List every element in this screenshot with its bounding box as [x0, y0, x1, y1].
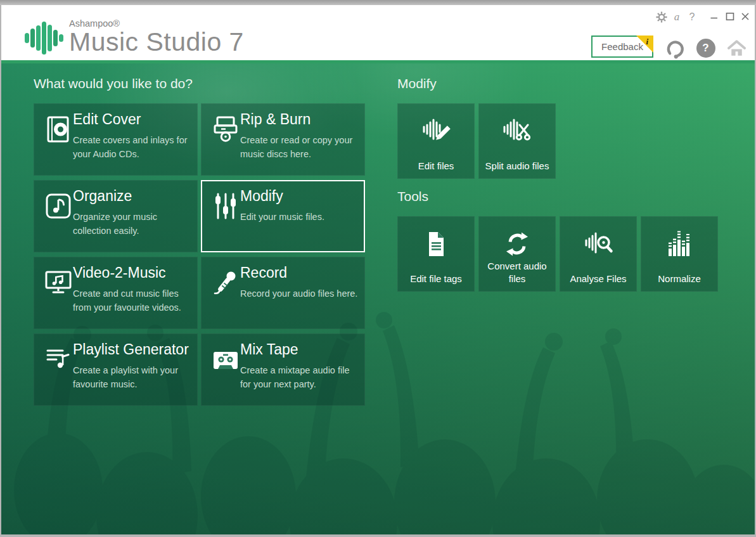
- help-circle-glyph: ?: [702, 42, 708, 55]
- waveform-magnifier-icon: [583, 229, 613, 259]
- tile-organize[interactable]: Organize Organize your music collection …: [34, 180, 198, 252]
- tile-label: Edit files: [400, 160, 472, 172]
- tile-description: Create a playlist with your favourite mu…: [73, 364, 194, 392]
- tile-rip-burn[interactable]: Rip & Burn Create or read or copy your m…: [201, 103, 365, 176]
- tile-split-audio-files[interactable]: Split audio files: [478, 103, 556, 179]
- feedback-badge-glyph: i: [646, 37, 648, 47]
- convert-arrows-icon: [502, 229, 532, 259]
- tile-label: Edit file tags: [400, 273, 472, 285]
- equalizer-bars-icon: [664, 229, 695, 259]
- modify-section-heading: Modify: [397, 76, 437, 91]
- tile-edit-cover[interactable]: Edit Cover Create covers and inlays for …: [34, 103, 198, 176]
- tile-label: Analyse Files: [562, 273, 634, 285]
- disc-burner-icon: [210, 114, 241, 145]
- tile-normalize[interactable]: Normalize: [641, 216, 718, 292]
- tile-analyse-files[interactable]: Analyse Files: [560, 216, 637, 292]
- tile-label: Split audio files: [481, 160, 553, 172]
- waveform-scissors-icon: [502, 116, 532, 146]
- tile-description: Create and cut music files from your fav…: [73, 287, 194, 315]
- window-top-border: [0, 0, 756, 5]
- left-section-heading: What would you like to do?: [34, 76, 193, 91]
- tile-modify[interactable]: Modify Edit your music files.: [201, 180, 365, 252]
- tile-title: Edit Cover: [73, 111, 141, 128]
- soundwave-logo-icon: [23, 16, 64, 57]
- tile-title: Video-2-Music: [73, 264, 166, 281]
- main-content: What would you like to do? Edit Cover Cr…: [1, 63, 755, 534]
- main-tile-grid: Edit Cover Create covers and inlays for …: [34, 103, 365, 406]
- tools-tile-grid: Edit file tags Convert audio files: [397, 216, 718, 292]
- modify-tile-grid: Edit files: [397, 103, 556, 179]
- tile-description: Record your audio files here.: [240, 287, 361, 301]
- page-title: Music Studio 7: [69, 29, 244, 55]
- tile-label: Convert audio files: [481, 260, 553, 286]
- brand-text: Ashampoo® Music Studio 7: [69, 16, 244, 55]
- app-logo: Ashampoo® Music Studio 7: [23, 16, 244, 57]
- app-header: Ashampoo® Music Studio 7 a ?: [1, 5, 755, 60]
- tile-title: Rip & Burn: [240, 111, 311, 128]
- app-window: Ashampoo® Music Studio 7 a ?: [1, 5, 755, 534]
- tile-title: Playlist Generator: [73, 341, 189, 358]
- feedback-label: Feedback: [601, 41, 643, 52]
- tile-playlist-generator[interactable]: Playlist Generator Create a playlist wit…: [34, 333, 198, 406]
- tile-convert-audio-files[interactable]: Convert audio files: [478, 216, 556, 292]
- account-icon[interactable]: a: [670, 10, 684, 24]
- tile-video-2-music[interactable]: Video-2-Music Create and cut music files…: [34, 257, 198, 329]
- tile-label: Normalize: [643, 273, 715, 285]
- playlist-icon: [43, 344, 74, 375]
- tile-title: Mix Tape: [240, 341, 298, 358]
- cd-case-icon: [43, 114, 74, 145]
- tile-description: Create covers and inlays for your Audio …: [73, 134, 194, 162]
- home-icon[interactable]: [726, 37, 747, 60]
- headset-icon[interactable]: [664, 37, 685, 60]
- tile-description: Organize your music collection easily.: [73, 210, 194, 238]
- tile-title: Organize: [73, 188, 132, 205]
- close-icon[interactable]: [740, 11, 751, 22]
- monitor-music-icon: [43, 268, 74, 298]
- account-glyph: a: [674, 11, 680, 23]
- music-note-box-icon: [43, 191, 74, 221]
- faders-icon: [210, 191, 241, 221]
- tile-description: Create a mixtape audio file for your nex…: [240, 364, 361, 392]
- help-circle-icon[interactable]: ?: [695, 37, 716, 60]
- maximize-icon[interactable]: [724, 11, 736, 22]
- gear-icon[interactable]: [655, 10, 669, 24]
- help-glyph: ?: [689, 11, 695, 23]
- tile-edit-file-tags[interactable]: Edit file tags: [397, 216, 475, 292]
- document-icon: [421, 229, 451, 259]
- tile-mix-tape[interactable]: Mix Tape Create a mixtape audio file for…: [201, 333, 365, 406]
- tile-description: Create or read or copy your music discs …: [240, 134, 361, 162]
- cassette-icon: [210, 344, 241, 375]
- help-icon[interactable]: ?: [685, 10, 699, 24]
- waveform-pencil-icon: [421, 116, 451, 146]
- feedback-button[interactable]: Feedback i: [591, 36, 653, 58]
- microphone-icon: [210, 268, 241, 298]
- tile-title: Modify: [240, 188, 283, 205]
- tile-record[interactable]: Record Record your audio files here.: [201, 257, 365, 329]
- tile-description: Edit your music files.: [240, 210, 361, 224]
- tile-title: Record: [240, 264, 287, 281]
- minimize-icon[interactable]: [708, 11, 720, 22]
- tile-edit-files[interactable]: Edit files: [397, 103, 475, 179]
- tools-section-heading: Tools: [397, 189, 428, 204]
